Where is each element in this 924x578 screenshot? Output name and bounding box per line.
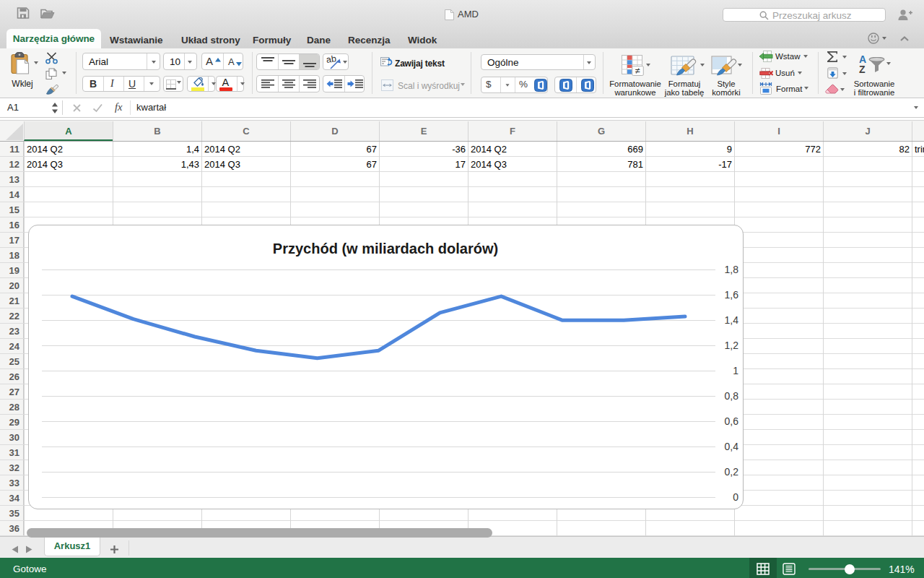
svg-text:0,4: 0,4 bbox=[725, 441, 739, 452]
svg-text:1,4: 1,4 bbox=[725, 314, 739, 326]
svg-text:0,6: 0,6 bbox=[725, 415, 739, 427]
svg-text:1,6: 1,6 bbox=[725, 289, 739, 301]
svg-text:Przychód (w miliardach dolarów: Przychód (w miliardach dolarów) bbox=[273, 241, 498, 256]
svg-text:≠: ≠ bbox=[635, 66, 640, 76]
svg-text:1: 1 bbox=[733, 365, 738, 376]
svg-text:0,2: 0,2 bbox=[725, 466, 739, 478]
svg-text:0: 0 bbox=[733, 491, 738, 503]
svg-text:1,2: 1,2 bbox=[725, 340, 739, 351]
svg-text:1,8: 1,8 bbox=[725, 264, 739, 275]
svg-text:0,8: 0,8 bbox=[725, 390, 739, 402]
